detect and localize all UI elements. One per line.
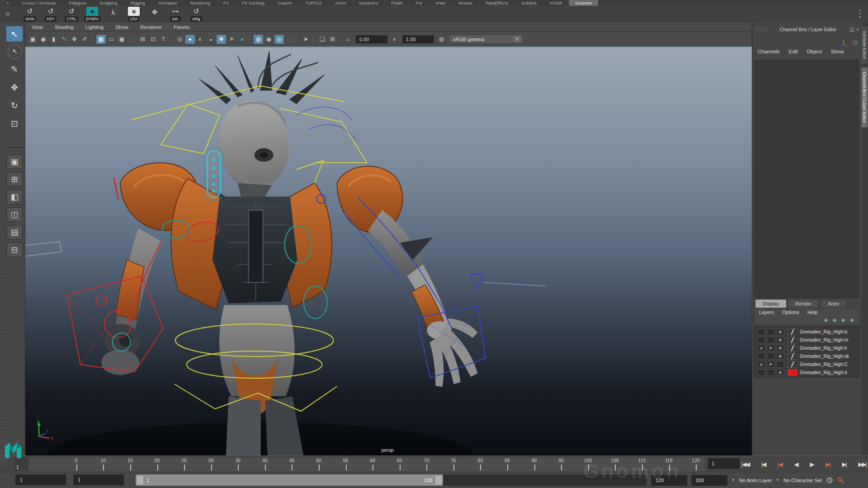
select-tool[interactable]: ↖ <box>6 26 23 42</box>
play-backwards-button[interactable]: ◀ <box>794 461 798 468</box>
go-to-end-button[interactable]: ▶▶| <box>859 461 866 468</box>
range-end-handle[interactable] <box>435 476 442 484</box>
image-plane-icon[interactable]: ✎ <box>59 35 69 44</box>
layer-color-swatch[interactable] <box>788 328 797 335</box>
shelf-tab[interactable]: Gnomon <box>569 0 599 6</box>
layer-display-type-toggle[interactable]: R <box>776 353 784 360</box>
layer-row[interactable]: V P Grenadier_Rig_High:C <box>755 360 859 368</box>
layout-outliner-persp[interactable]: ▤ <box>6 225 23 239</box>
sidebar-vertical-tab[interactable]: Attribute Editor <box>862 26 868 64</box>
shelf-dynpa-button[interactable]: ◆ DYNPA <box>83 7 101 22</box>
go-to-start-button[interactable]: |◀◀ <box>741 461 749 468</box>
animation-end-field[interactable]: 200 <box>691 475 727 486</box>
playback-end-field[interactable]: 120 <box>651 475 687 486</box>
playback-start-field[interactable]: 1 <box>73 474 124 485</box>
separator[interactable] <box>250 35 251 43</box>
contrast-icon[interactable]: ◐ <box>390 35 400 44</box>
select-objects-in-layer-icon[interactable]: ◈ <box>832 317 836 323</box>
layer-color-swatch[interactable] <box>788 369 797 376</box>
range-slider-trough[interactable]: 1 120 <box>136 474 646 486</box>
channel-box-menu-item[interactable]: Show <box>831 49 844 54</box>
character-set-dropdown[interactable]: No Character Set <box>783 478 822 483</box>
layer-visibility-toggle[interactable] <box>757 337 765 343</box>
layer-row[interactable]: R Grenadier_Rig_High:sk <box>755 352 859 360</box>
lighting-icon[interactable]: ☀ <box>227 35 236 44</box>
layer-playback-toggle[interactable]: P <box>767 361 775 368</box>
layer-visibility-toggle[interactable] <box>757 369 765 376</box>
anim-layer-dropdown[interactable]: No Anim Layer <box>739 478 772 483</box>
popout-icon[interactable]: ❏ <box>849 27 854 32</box>
shelf-joint-tool-button[interactable]: λ <box>104 8 122 22</box>
layout-two-pane-stacked[interactable]: ◫ <box>6 207 23 222</box>
panel-grip[interactable] <box>755 27 767 32</box>
paint-select-tool[interactable]: ✎ <box>6 61 23 77</box>
shelf-tab[interactable]: Rigging <box>124 0 152 6</box>
channel-box-menu-item[interactable]: Channels <box>758 49 780 54</box>
range-slider-bar[interactable]: 1 120 <box>136 474 443 486</box>
channel-list-empty[interactable] <box>754 60 859 298</box>
separator[interactable] <box>92 35 94 43</box>
layer-editor-tab[interactable]: Display <box>755 299 787 308</box>
layer-color-swatch[interactable] <box>788 361 797 368</box>
shelf-lra-button[interactable]: ◉ LRA <box>125 7 143 22</box>
panel-menu-item[interactable]: View <box>32 24 43 30</box>
panel-menu-item[interactable]: Renderer <box>140 24 162 30</box>
panel-layout-icon[interactable]: ⊞ <box>328 35 337 44</box>
layer-playback-toggle[interactable] <box>767 337 775 343</box>
layer-editor-tab[interactable]: Anim <box>820 299 847 308</box>
move-selected-to-layer-icon[interactable]: ◈ <box>824 317 828 323</box>
layout-four-pane[interactable]: ⊞ <box>6 172 23 187</box>
shelf-tab[interactable]: nCloth <box>543 0 569 6</box>
two-d-pan-zoom-icon[interactable]: ✥ <box>70 35 79 44</box>
current-time-field[interactable]: 1 <box>708 458 740 469</box>
layer-row[interactable]: R Grenadier_Rig_High:lc <box>755 328 859 336</box>
smooth-shade-icon[interactable]: ● <box>185 35 195 44</box>
layer-row[interactable]: R Grenadier_Rig_High:m <box>755 336 859 344</box>
layer-name[interactable]: Grenadier_Rig_High:d <box>800 370 847 375</box>
toolbox-grip[interactable] <box>0 23 5 455</box>
gear-icon[interactable]: ⚙ <box>0 11 15 18</box>
ambient-occlusion-icon[interactable]: ◍ <box>254 35 263 44</box>
panel-menu-item[interactable]: Show <box>115 24 128 30</box>
layer-visibility-toggle[interactable]: V <box>757 361 765 368</box>
panel-menu-item[interactable]: Lighting <box>85 24 104 30</box>
shelf-set-button[interactable]: ⊶ Set. <box>166 7 184 22</box>
shelf-tab[interactable]: Polygons <box>63 0 94 6</box>
exposure-field[interactable]: 0.00 <box>356 35 387 43</box>
shelf-tab[interactable]: nHair <box>429 0 453 6</box>
layer-name[interactable]: Grenadier_Rig_High:h <box>800 345 847 351</box>
layer-visibility-toggle[interactable]: V <box>757 345 765 352</box>
shelf-tab[interactable]: Muscle <box>453 0 479 6</box>
shelf-manipulator-button[interactable]: ✥ <box>146 8 164 22</box>
layer-display-type-toggle[interactable] <box>776 361 784 368</box>
camera-bookmark-icon[interactable]: ▮ <box>49 35 58 44</box>
layer-display-type-toggle[interactable]: R <box>776 337 784 343</box>
layer-editor-menu-item[interactable]: Options <box>782 310 799 315</box>
chevron-down-icon[interactable]: ▼ <box>776 478 779 482</box>
layer-color-swatch[interactable] <box>788 337 797 343</box>
resolution-gate-icon[interactable]: ▣ <box>117 35 127 44</box>
layout-two-pane-side[interactable]: ◧ <box>6 190 23 204</box>
layer-playback-toggle[interactable] <box>767 328 775 335</box>
shelf-tab[interactable]: Subdivs <box>515 0 543 6</box>
layer-display-type-toggle[interactable]: R <box>776 328 784 335</box>
camera-lock-icon[interactable]: ◉ <box>38 35 48 44</box>
shelf-tab[interactable]: TURTLE <box>299 0 329 6</box>
view-transform-dropdown[interactable]: sRGB gamma ▼ <box>449 34 523 44</box>
exposure-icon[interactable]: ☼ <box>344 35 353 44</box>
separator[interactable] <box>313 35 315 43</box>
layer-row[interactable]: V P R Grenadier_Rig_High:h <box>755 344 859 352</box>
layer-visibility-toggle[interactable] <box>757 353 765 360</box>
layer-playback-toggle[interactable]: P <box>767 345 775 352</box>
layer-name[interactable]: Grenadier_Rig_High:m <box>800 337 848 343</box>
layout-hypershade-persp[interactable]: ⊟ <box>6 243 23 257</box>
animation-start-field[interactable]: 1 <box>15 474 66 485</box>
channel-box-menu-item[interactable]: Object <box>807 49 821 54</box>
select-camera-icon[interactable]: ▣ <box>28 35 38 44</box>
step-back-key-button[interactable]: |◀ <box>778 461 782 468</box>
layer-editor-menu-item[interactable]: Help <box>807 310 818 315</box>
gate-mask-icon[interactable]: ▢ <box>127 35 137 44</box>
layer-editor-tab[interactable]: Render <box>788 299 819 308</box>
lasso-select-tool[interactable]: ↖ <box>8 44 22 59</box>
auto-keyframe-icon[interactable] <box>837 477 845 484</box>
